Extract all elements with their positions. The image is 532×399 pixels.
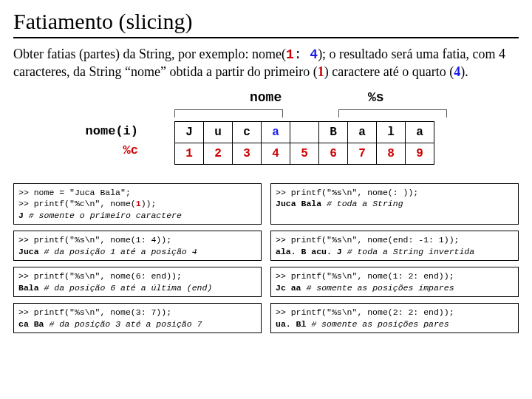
- intro-d: ).: [460, 64, 468, 79]
- cell-index: 5: [290, 143, 319, 164]
- row-label-percent-c: %c: [123, 143, 138, 157]
- code-box-r4: >> printf("%s\n", nome(2: 2: end)); ua. …: [270, 303, 519, 333]
- cell-index: 4: [262, 143, 290, 164]
- title-rule: [13, 37, 519, 38]
- code-box-r2: >> printf("%s\n", nome(end: -1: 1)); ala…: [270, 231, 519, 261]
- intro-one: 1: [286, 47, 294, 62]
- cell-index: 1: [175, 143, 204, 164]
- letters-table: J u c a B a l a 1 2 3 4 5 6 7 8 9: [174, 121, 434, 165]
- cell-letter: B: [319, 121, 348, 143]
- code-box-l3: >> printf("%s\n", nome(6: end)); Bala # …: [13, 267, 262, 297]
- letters-row: J u c a B a l a: [175, 121, 434, 143]
- cell-letter: u: [204, 121, 233, 143]
- code-boxes: >> nome = "Juca Bala"; >> printf("%c\n",…: [13, 183, 519, 334]
- code-box-l4: >> printf("%s\n", nome(3: 7)); ca Ba # d…: [13, 303, 262, 333]
- intro-a: Obter fatias (partes) da String, por exe…: [13, 47, 286, 61]
- cell-letter: l: [377, 121, 406, 143]
- label-percent-s: %s: [368, 90, 384, 105]
- cell-letter: a: [262, 121, 290, 143]
- cell-space: [290, 121, 319, 143]
- diagram: nome %s nome(i) %c J u c a B a l a 1 2 3…: [13, 90, 519, 179]
- code-box-l1: >> nome = "Juca Bala"; >> printf("%c\n",…: [13, 183, 262, 225]
- cell-index: 8: [377, 143, 406, 164]
- intro-c: ) caractere até o quarto (: [324, 64, 454, 79]
- bracket-right: [338, 109, 447, 117]
- cell-letter: c: [233, 121, 262, 143]
- cell-index: 6: [319, 143, 348, 164]
- code-box-r1: >> printf("%s\n", nome(: )); Juca Bala #…: [270, 183, 519, 225]
- intro-four2: 4: [454, 64, 460, 79]
- index-row: 1 2 3 4 5 6 7 8 9: [175, 143, 434, 164]
- cell-letter: a: [406, 121, 434, 143]
- page-title: Fatiamento (slicing): [13, 9, 519, 34]
- cell-index: 3: [233, 143, 262, 164]
- cell-index: 2: [204, 143, 233, 164]
- code-box-l2: >> printf("%s\n", nome(1: 4)); Juca # da…: [13, 231, 262, 261]
- cell-index: 7: [348, 143, 377, 164]
- bracket-left: [174, 109, 283, 117]
- code-box-r3: >> printf("%s\n", nome(1: 2: end)); Jc a…: [270, 267, 519, 297]
- cell-index: 9: [406, 143, 434, 164]
- intro-text: Obter fatias (partes) da String, por exe…: [13, 46, 519, 81]
- cell-letter: a: [348, 121, 377, 143]
- row-label-nome-i: nome(i): [86, 124, 138, 138]
- intro-one2: 1: [318, 64, 324, 79]
- intro-colon: :: [294, 47, 310, 62]
- intro-four: 4: [310, 47, 318, 62]
- label-nome: nome: [250, 90, 282, 105]
- cell-letter: J: [175, 121, 204, 143]
